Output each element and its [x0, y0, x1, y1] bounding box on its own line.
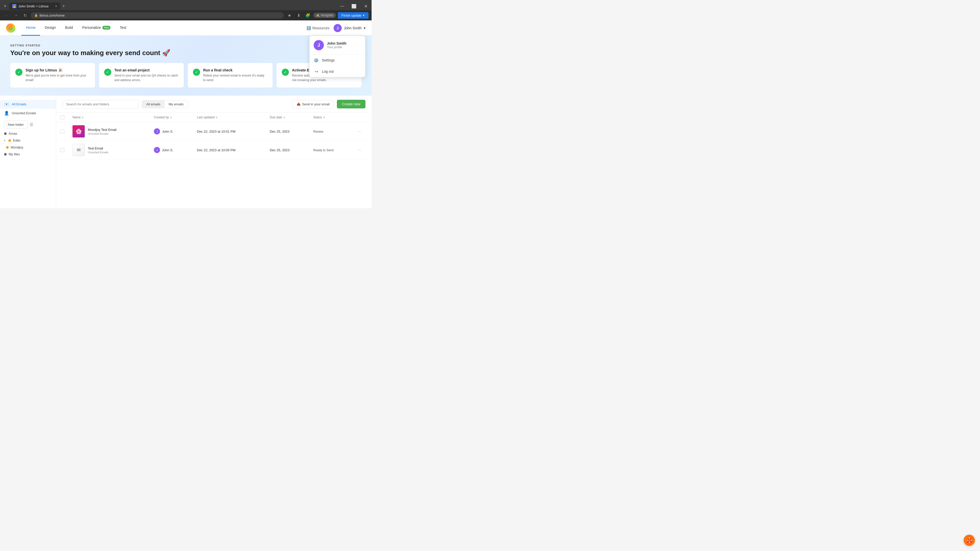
gs-card-0: ✓ Sign up for Litmus 🎉 We're glad you're…	[10, 63, 95, 87]
folder-dot-moodjoy	[6, 146, 9, 149]
row-actions-cell-1: ···	[353, 141, 372, 159]
row-actions-btn-1[interactable]: ···	[358, 148, 361, 152]
row-checkbox-1[interactable]	[60, 148, 64, 152]
bookmark-btn[interactable]: ★	[286, 12, 293, 19]
dropdown-avatar: J	[313, 40, 324, 50]
email-table: Name Created by Last updated Due date St	[56, 113, 372, 159]
folder-dot-amas	[4, 132, 6, 135]
filter-tab-my[interactable]: My emails	[165, 100, 188, 108]
gs-cards: ✓ Sign up for Litmus 🎉 We're glad you're…	[10, 63, 361, 87]
sidebar-item-unsorted[interactable]: 👤 Unsorted Emails	[0, 109, 56, 118]
dropdown-logout-item[interactable]: ↪ Log out	[310, 66, 365, 77]
folder-name-myfiles: My files	[9, 152, 20, 156]
nav-item-design[interactable]: Design	[40, 21, 60, 36]
maximize-btn[interactable]: ⬜	[348, 2, 360, 10]
dropdown-profile-item[interactable]: J John Smith Your profile	[310, 36, 365, 55]
select-all-checkbox[interactable]	[60, 115, 64, 119]
resources-label: Resources	[312, 26, 329, 30]
finish-update-arrow: ▼	[363, 14, 365, 17]
send-email-btn[interactable]: 📤 Send in your email	[292, 100, 334, 108]
all-emails-label: All Emails	[12, 102, 26, 106]
folder-name-edits: Edits	[13, 138, 21, 142]
toolbar-actions: ★ ⬇ 🧩 🕵 Incognito Finish update ▼	[286, 12, 369, 19]
row-name-cell-0: Moodjoy Test Email Unsorted Emails	[68, 122, 150, 141]
dropdown-settings-item[interactable]: ⚙️ Settings	[310, 55, 365, 66]
nav-item-test[interactable]: Test	[115, 21, 131, 36]
sidebar-folder-moodjoy[interactable]: Moodjoy	[0, 144, 56, 151]
person-icon: 👤	[4, 111, 9, 116]
new-folder-btn[interactable]: New folder	[4, 121, 27, 129]
nav-item-build[interactable]: Build	[60, 21, 78, 36]
search-input[interactable]	[62, 100, 139, 108]
tab-title: John Smith > Litmus	[18, 4, 48, 8]
finish-update-btn[interactable]: Finish update ▼	[338, 12, 369, 19]
th-name: Name	[68, 113, 150, 122]
mail-icon: 📧	[4, 102, 9, 106]
row-creator-cell-0: J John S.	[150, 122, 193, 141]
send-icon: 📤	[297, 102, 301, 106]
forward-btn[interactable]: →	[12, 12, 19, 19]
email-toolbar: All emails My emails 📤 Send in your emai…	[56, 96, 372, 113]
folder-dot-edits	[8, 139, 11, 142]
gs-card-desc-1: Send in your email and run QA checks to …	[115, 73, 179, 83]
address-bar[interactable]: 🔒 litmus.com/home	[30, 12, 284, 19]
incognito-badge[interactable]: 🕵 Incognito	[313, 13, 336, 18]
filter-tab-all[interactable]: All emails	[142, 100, 165, 108]
creator-name-1: John S.	[162, 148, 173, 152]
nav-item-personalize[interactable]: Personalize New	[78, 21, 115, 36]
sort-status-btn[interactable]: Status	[313, 116, 350, 119]
gs-card-title-0: Sign up for Litmus 🎉	[25, 68, 90, 72]
row-due-cell-1: Dec 25, 2023	[266, 141, 309, 159]
sidebar-item-all-emails[interactable]: 📧 All Emails	[0, 100, 56, 109]
gs-card-1: ✓ Test an email project Send in your ema…	[99, 63, 184, 87]
main-area: 📧 All Emails 👤 Unsorted Emails New folde…	[0, 96, 372, 208]
sort-updated-btn[interactable]: Last updated	[197, 116, 262, 119]
tab-close-btn[interactable]: ×	[55, 4, 57, 8]
gs-check-3: ✓	[282, 68, 289, 76]
logout-icon: ↪	[313, 69, 319, 74]
sidebar-folder-edits[interactable]: ▾ Edits	[0, 137, 56, 144]
nav-item-home[interactable]: Home	[21, 21, 40, 36]
tab-carousel-btn[interactable]: ▼	[2, 3, 8, 9]
sort-name-btn[interactable]: Name	[73, 116, 146, 119]
resources-btn[interactable]: ℹ️ Resources	[307, 26, 329, 30]
row-checkbox-0[interactable]	[60, 129, 64, 133]
finish-update-label: Finish update	[342, 14, 361, 17]
sort-due-btn[interactable]: Due date	[270, 116, 305, 119]
back-btn[interactable]: ←	[3, 12, 10, 19]
active-tab[interactable]: 🔥 John Smith > Litmus ×	[9, 3, 60, 10]
row-actions-cell-0: ···	[353, 122, 372, 141]
sidebar-folder-amas[interactable]: Amas	[0, 130, 56, 137]
folder-name-moodjoy: Moodjoy	[11, 145, 23, 149]
table-row[interactable]: Moodjoy Test Email Unsorted Emails J Joh…	[56, 122, 372, 141]
folder-options-btn[interactable]: ☰	[30, 122, 33, 127]
incognito-label: Incognito	[321, 14, 333, 17]
extensions-btn[interactable]: 🧩	[304, 12, 311, 19]
row-creator-cell-1: J John S.	[150, 141, 193, 159]
user-menu-btn[interactable]: J John Smith ▾	[334, 24, 366, 32]
sidebar-folder-myfiles[interactable]: My files	[0, 151, 56, 158]
row-updated-cell-1: Dec 22, 2023 at 10:00 PM	[193, 141, 266, 159]
minimize-btn[interactable]: —	[336, 2, 348, 10]
gs-card-2: ✓ Run a final check Retest your revised …	[188, 63, 272, 87]
email-table-body: Moodjoy Test Email Unsorted Emails J Joh…	[56, 122, 372, 159]
close-btn[interactable]: ✕	[360, 2, 372, 10]
row-status-cell-0: Review	[309, 122, 354, 141]
folder-dot-myfiles	[4, 153, 6, 156]
sidebar: 📧 All Emails 👤 Unsorted Emails New folde…	[0, 96, 56, 208]
url-text: litmus.com/home	[40, 14, 65, 17]
reload-btn[interactable]: ↻	[21, 12, 29, 19]
sort-created-btn[interactable]: Created by	[154, 116, 189, 119]
create-new-btn[interactable]: Create new	[337, 100, 366, 108]
gs-card-title-1: Test an email project	[115, 68, 179, 72]
table-row[interactable]: Test Email Unsorted Emails J John S.	[56, 141, 372, 159]
window-controls: — ⬜ ✕	[336, 2, 372, 10]
row-actions-btn-0[interactable]: ···	[358, 129, 361, 133]
row-checkbox-cell	[56, 122, 68, 141]
info-icon: ℹ️	[307, 26, 311, 30]
app-logo[interactable]: 🌈	[6, 24, 15, 33]
new-tab-btn[interactable]: +	[62, 3, 65, 9]
download-btn[interactable]: ⬇	[295, 12, 302, 19]
dropdown-profile-sub: Your profile	[327, 45, 346, 49]
email-thumb-0	[73, 125, 85, 138]
